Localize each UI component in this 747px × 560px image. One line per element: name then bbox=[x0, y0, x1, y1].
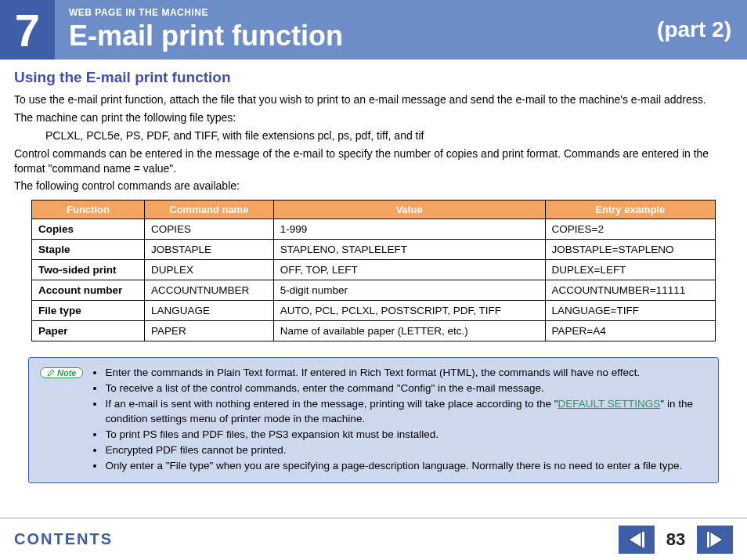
table-cell: JOBSTAPLE=STAPLENO bbox=[545, 240, 715, 260]
prev-page-button[interactable] bbox=[619, 526, 655, 554]
page-header: 7 WEB PAGE IN THE MACHINE E-mail print f… bbox=[0, 0, 747, 60]
commands-table: FunctionCommand nameValueEntry example C… bbox=[31, 200, 716, 341]
contents-button[interactable]: CONTENTS bbox=[14, 530, 113, 548]
note-item: Encrypted PDF files cannot be printed. bbox=[105, 443, 707, 458]
table-cell: LANGUAGE bbox=[144, 301, 273, 321]
pencil-icon bbox=[47, 369, 55, 377]
svg-rect-3 bbox=[707, 532, 709, 547]
main-content: Using the E-mail print function To use t… bbox=[0, 60, 747, 483]
table-cell: DUPLEX=LEFT bbox=[545, 260, 715, 280]
table-cell: Staple bbox=[32, 240, 145, 260]
table-cell: File type bbox=[32, 301, 145, 321]
table-row: CopiesCOPIES1-999COPIES=2 bbox=[32, 219, 716, 240]
table-cell: STAPLENO, STAPLELEFT bbox=[273, 240, 545, 260]
paragraph: The following control commands are avail… bbox=[14, 179, 733, 193]
note-badge: Note bbox=[40, 367, 83, 378]
paragraph: Control commands can be entered in the m… bbox=[14, 146, 733, 176]
table-row: File typeLANGUAGEAUTO, PCL, PCLXL, POSTS… bbox=[32, 301, 716, 321]
table-cell: DUPLEX bbox=[144, 260, 273, 280]
header-titles: WEB PAGE IN THE MACHINE E-mail print fun… bbox=[55, 7, 657, 52]
page-title: E-mail print function bbox=[69, 20, 657, 52]
table-header: Command name bbox=[144, 201, 273, 219]
next-page-button[interactable] bbox=[697, 526, 733, 554]
note-item: To receive a list of the control command… bbox=[105, 381, 707, 396]
paragraph: The machine can print the following file… bbox=[14, 110, 733, 125]
table-cell: OFF, TOP, LEFT bbox=[273, 260, 545, 280]
page-number: 83 bbox=[662, 529, 689, 550]
page-footer: CONTENTS 83 bbox=[0, 518, 747, 560]
table-row: PaperPAPERName of available paper (LETTE… bbox=[32, 321, 716, 341]
chapter-number: 7 bbox=[0, 0, 55, 60]
table-cell: PAPER bbox=[144, 321, 273, 341]
table-row: Account numberACCOUNTNUMBER5-digit numbe… bbox=[32, 280, 716, 301]
table-cell: Copies bbox=[32, 219, 145, 240]
paragraph: To use the e-mail print function, attach… bbox=[14, 92, 733, 107]
note-item: Enter the commands in Plain Text format.… bbox=[105, 366, 707, 381]
table-cell: Paper bbox=[32, 321, 145, 341]
table-cell: 5-digit number bbox=[273, 280, 545, 301]
note-box: Note Enter the commands in Plain Text fo… bbox=[28, 357, 719, 482]
table-cell: LANGUAGE=TIFF bbox=[545, 301, 715, 321]
arrow-right-icon bbox=[704, 530, 726, 549]
default-settings-link[interactable]: DEFAULT SETTINGS bbox=[558, 398, 661, 410]
table-cell: AUTO, PCL, PCLXL, POSTSCRIPT, PDF, TIFF bbox=[273, 301, 545, 321]
table-cell: PAPER=A4 bbox=[545, 321, 715, 341]
svg-marker-0 bbox=[629, 532, 641, 547]
svg-rect-1 bbox=[642, 532, 644, 547]
note-item: If an e-mail is sent with nothing entere… bbox=[105, 397, 707, 427]
table-cell: Two-sided print bbox=[32, 260, 145, 280]
table-header: Value bbox=[273, 201, 545, 219]
note-label: Note bbox=[57, 368, 76, 378]
table-cell: Account number bbox=[32, 280, 145, 301]
table-cell: ACCOUNTNUMBER=11111 bbox=[545, 280, 715, 301]
note-list: Enter the commands in Plain Text format.… bbox=[91, 366, 707, 474]
table-cell: 1-999 bbox=[273, 219, 545, 240]
table-cell: COPIES bbox=[144, 219, 273, 240]
table-header: Entry example bbox=[545, 201, 715, 219]
table-cell: JOBSTAPLE bbox=[144, 240, 273, 260]
footer-nav: 83 bbox=[619, 526, 733, 554]
table-row: StapleJOBSTAPLESTAPLENO, STAPLELEFTJOBST… bbox=[32, 240, 716, 260]
file-types-line: PCLXL, PCL5e, PS, PDF, and TIFF, with fi… bbox=[45, 128, 733, 143]
table-cell: ACCOUNTNUMBER bbox=[144, 280, 273, 301]
note-item: To print PS files and PDF files, the PS3… bbox=[105, 428, 707, 443]
svg-marker-2 bbox=[710, 532, 723, 547]
note-item: Only enter a "File type" when you are sp… bbox=[105, 459, 707, 474]
table-row: Two-sided printDUPLEXOFF, TOP, LEFTDUPLE… bbox=[32, 260, 716, 280]
header-overline: WEB PAGE IN THE MACHINE bbox=[69, 7, 657, 18]
table-cell: COPIES=2 bbox=[545, 219, 715, 240]
table-cell: Name of available paper (LETTER, etc.) bbox=[273, 321, 545, 341]
part-label: (part 2) bbox=[657, 17, 747, 42]
section-title: Using the E-mail print function bbox=[14, 69, 733, 86]
arrow-left-icon bbox=[626, 530, 648, 549]
table-header: Function bbox=[32, 201, 145, 219]
